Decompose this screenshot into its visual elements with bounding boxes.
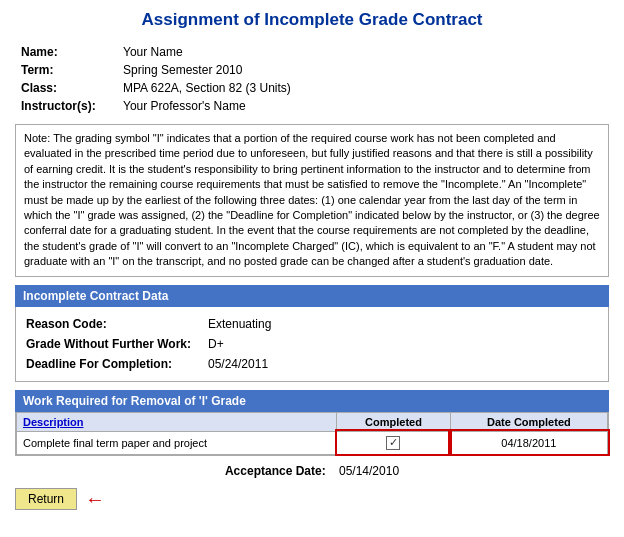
acceptance-label: Acceptance Date: <box>225 464 326 478</box>
table-row: Complete final term paper and project✓04… <box>17 431 608 454</box>
col-completed: Completed <box>337 412 451 431</box>
deadline-value: 05/24/2011 <box>208 355 598 373</box>
return-section: Return ← <box>15 488 609 510</box>
acceptance-row: Acceptance Date: 05/14/2010 <box>15 464 609 478</box>
row-description: Complete final term paper and project <box>17 431 337 454</box>
class-value: MPA 622A, Section 82 (3 Units) <box>119 80 607 96</box>
term-label: Term: <box>17 62 117 78</box>
completed-checkbox: ✓ <box>386 436 400 450</box>
instructor-value: Your Professor's Name <box>119 98 607 114</box>
acceptance-value: 05/14/2010 <box>339 464 399 478</box>
arrow-icon: ← <box>85 489 105 509</box>
return-button[interactable]: Return <box>15 488 77 510</box>
reason-label: Reason Code: <box>26 315 206 333</box>
class-label: Class: <box>17 80 117 96</box>
name-label: Name: <box>17 44 117 60</box>
col-description: Description <box>17 412 337 431</box>
work-required-header: Work Required for Removal of 'I' Grade <box>15 390 609 412</box>
deadline-label: Deadline For Completion: <box>26 355 206 373</box>
col-date-completed: Date Completed <box>450 412 607 431</box>
work-table-wrapper: Description Completed Date Completed Com… <box>15 412 609 456</box>
row-completed: ✓ <box>337 431 451 454</box>
work-table: Description Completed Date Completed Com… <box>16 412 608 455</box>
instructor-label: Instructor(s): <box>17 98 117 114</box>
grade-value: D+ <box>208 335 598 353</box>
row-date-completed: 04/18/2011 <box>450 431 607 454</box>
incomplete-contract-header: Incomplete Contract Data <box>15 285 609 307</box>
info-table: Name: Your Name Term: Spring Semester 20… <box>15 42 609 116</box>
term-value: Spring Semester 2010 <box>119 62 607 78</box>
name-value: Your Name <box>119 44 607 60</box>
page-title: Assignment of Incomplete Grade Contract <box>15 10 609 30</box>
note-box: Note: The grading symbol "I" indicates t… <box>15 124 609 277</box>
grade-label: Grade Without Further Work: <box>26 335 206 353</box>
reason-value: Extenuating <box>208 315 598 333</box>
incomplete-contract-body: Reason Code: Extenuating Grade Without F… <box>15 307 609 382</box>
